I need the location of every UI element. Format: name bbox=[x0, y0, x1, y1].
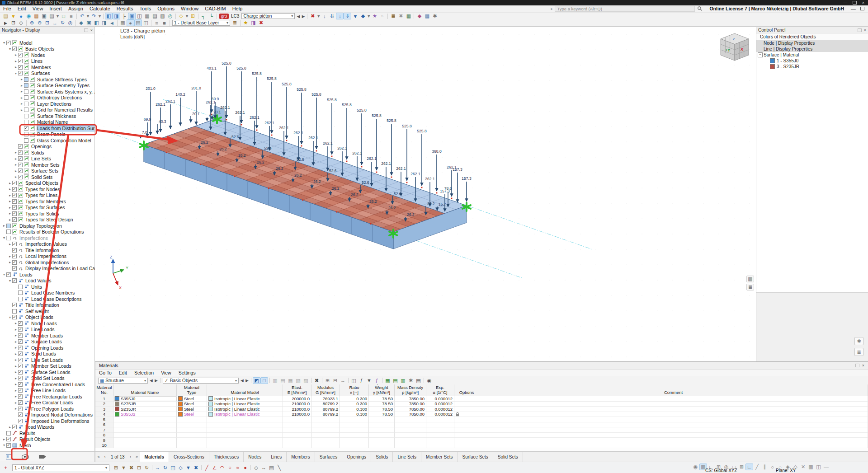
tree-item[interactable]: Results bbox=[0, 430, 94, 436]
comment-cell[interactable] bbox=[479, 422, 868, 428]
tree-checkbox[interactable]: ✓ bbox=[18, 419, 23, 423]
tree-item[interactable]: ▸Surface Stiffness Types bbox=[0, 76, 94, 83]
poisson-cell[interactable] bbox=[340, 443, 369, 449]
tree-item[interactable]: ▸✓Types for Surfaces bbox=[0, 205, 94, 211]
tree-expander-icon[interactable]: ▸ bbox=[8, 425, 12, 429]
specific-weight-cell[interactable]: 78.50 bbox=[369, 396, 395, 402]
edit-mode-icon[interactable]: ► bbox=[2, 19, 9, 26]
options-cell[interactable] bbox=[454, 427, 479, 433]
comment-tool-icon[interactable]: ▤ bbox=[268, 464, 275, 471]
poisson-cell[interactable] bbox=[340, 422, 369, 428]
cs-rotate-icon[interactable]: ↻ bbox=[143, 464, 151, 471]
thermal-exp-cell[interactable] bbox=[426, 438, 454, 443]
keyword-search-input[interactable]: Type a keyword (Alt+Q) bbox=[555, 6, 695, 12]
tree-checkbox[interactable] bbox=[18, 297, 23, 301]
tree-item[interactable]: ▾Imperfections bbox=[0, 235, 94, 241]
tree-checkbox[interactable]: ✓ bbox=[18, 65, 23, 70]
material-name-cell[interactable]: S275JR bbox=[113, 402, 177, 407]
tree-checkbox[interactable]: ✓ bbox=[18, 412, 23, 417]
dimension-icon[interactable]: ◇ bbox=[177, 13, 185, 19]
imperfection-icon[interactable]: ≈ bbox=[378, 13, 386, 19]
material-type-cell[interactable] bbox=[177, 417, 207, 422]
table-tab-materials[interactable]: Materials bbox=[140, 452, 169, 462]
delete-table-icon[interactable]: ✖ bbox=[313, 377, 321, 384]
material-model-cell[interactable] bbox=[207, 417, 283, 422]
clipping-icon[interactable]: ◨ bbox=[250, 19, 257, 26]
3d-viewport[interactable]: 403.1525.8525.8525.8525.8525.8525.8525.8… bbox=[95, 27, 756, 361]
tree-checkbox[interactable]: ✓ bbox=[12, 187, 17, 192]
tree-checkbox[interactable]: ✓ bbox=[12, 47, 17, 51]
results-icon[interactable]: ◆ bbox=[415, 13, 423, 19]
tree-checkbox[interactable]: ✓ bbox=[12, 242, 17, 246]
shadow-icon[interactable]: ■ bbox=[160, 19, 168, 26]
mass-density-cell[interactable] bbox=[395, 417, 426, 422]
tree-item[interactable]: Self-weight bbox=[0, 308, 94, 314]
guide-icon[interactable]: ╲ bbox=[275, 464, 283, 471]
material-type-cell[interactable] bbox=[177, 433, 207, 438]
select-relations-icon[interactable]: ◩ bbox=[253, 377, 260, 384]
mesh-gen-icon[interactable]: ▦ bbox=[423, 13, 431, 19]
tree-expander-icon[interactable]: ▸ bbox=[14, 352, 18, 356]
tree-item[interactable]: ▸✓Special Objects bbox=[0, 180, 94, 187]
snap-grid-icon[interactable]: ▦ bbox=[119, 19, 127, 26]
next-table-icon[interactable]: ► bbox=[245, 377, 250, 384]
menu-options[interactable]: Options bbox=[154, 6, 178, 11]
tree-item[interactable]: ✓Title Information bbox=[0, 302, 94, 309]
shear-modulus-cell[interactable]: 80769.2 bbox=[311, 412, 340, 417]
tree-item[interactable]: ▸Orthotropy Directions bbox=[0, 95, 94, 101]
tree-checkbox[interactable] bbox=[18, 285, 23, 289]
export-csv-icon[interactable]: ▥ bbox=[399, 377, 407, 384]
tree-item[interactable]: ▸✓Surface Set Loads bbox=[0, 369, 94, 375]
corner-snap-icon[interactable]: ∟ bbox=[745, 464, 753, 470]
material-name-cell[interactable]: S235JR bbox=[113, 407, 177, 412]
modulus-cell[interactable] bbox=[283, 417, 311, 422]
load-wizard-icon[interactable]: ★ bbox=[371, 13, 378, 19]
tree-expander-icon[interactable]: ▸ bbox=[14, 394, 18, 398]
tree-checkbox[interactable] bbox=[24, 138, 28, 143]
color-category-row[interactable]: Line | Display Properties bbox=[756, 46, 868, 52]
control-panel-float-icon[interactable] bbox=[858, 28, 862, 32]
surface-load-icon[interactable]: ⇓ bbox=[344, 13, 351, 19]
tree-expander-icon[interactable]: ▸ bbox=[14, 358, 18, 362]
thermal-exp-cell[interactable] bbox=[426, 417, 454, 422]
tree-expander-icon[interactable]: ▾ bbox=[2, 236, 6, 240]
circle-icon[interactable]: ○ bbox=[226, 464, 234, 471]
shear-modulus-cell[interactable]: 76923.1 bbox=[311, 396, 340, 402]
measure-icon[interactable]: ◇ bbox=[252, 464, 260, 471]
tangent-snap-icon[interactable]: ○ bbox=[769, 464, 776, 470]
material-model-cell[interactable]: Isotropic | Linear Elastic bbox=[207, 412, 283, 417]
tree-expander-icon[interactable]: ▾ bbox=[2, 41, 6, 45]
table-tab-solid-sets[interactable]: Solid Sets bbox=[493, 452, 523, 462]
abacus-icon[interactable]: ≣ bbox=[389, 13, 397, 19]
restore-window-icon[interactable] bbox=[853, 1, 857, 5]
first-page-icon[interactable]: « bbox=[95, 454, 102, 459]
tree-item[interactable]: ▾✓Model bbox=[0, 40, 94, 46]
model-scene[interactable]: 403.1525.8525.8525.8525.8525.8525.8525.8… bbox=[95, 27, 756, 361]
specific-weight-cell[interactable] bbox=[369, 427, 395, 433]
tree-item[interactable]: ▸✓Line Set Loads bbox=[0, 357, 94, 363]
tree-checkbox[interactable]: ✓ bbox=[18, 321, 23, 326]
tree-expander-icon[interactable]: ▸ bbox=[8, 254, 12, 258]
tree-expander-icon[interactable]: ▸ bbox=[14, 340, 18, 344]
move-row-icon[interactable]: → bbox=[339, 377, 347, 384]
open-online-icon[interactable]: ● bbox=[17, 13, 25, 19]
tree-checkbox[interactable]: ✓ bbox=[18, 53, 23, 57]
tree-checkbox[interactable]: ✓ bbox=[12, 315, 17, 319]
tree-item[interactable]: ▸✓Node Loads bbox=[0, 320, 94, 327]
shear-modulus-cell[interactable] bbox=[311, 427, 340, 433]
last-page-icon[interactable]: » bbox=[134, 454, 140, 459]
tree-checkbox[interactable]: ✓ bbox=[18, 364, 23, 368]
tree-item[interactable]: Results of Boolean Operations bbox=[0, 229, 94, 235]
view-xz-icon[interactable]: ◧ bbox=[93, 19, 100, 26]
tree-item[interactable]: ▸✓Surface Loads bbox=[0, 339, 94, 345]
options-cell[interactable] bbox=[454, 443, 479, 449]
copy-row-icon[interactable]: ⊞ bbox=[324, 377, 331, 384]
window-render-icon[interactable]: ▣ bbox=[128, 13, 136, 19]
specific-weight-cell[interactable]: 78.50 bbox=[369, 402, 395, 407]
zoom-in-icon[interactable]: ⊕ bbox=[28, 19, 36, 26]
tree-expander-icon[interactable]: ▸ bbox=[14, 163, 18, 167]
menu-insert[interactable]: Insert bbox=[46, 6, 65, 11]
printer2-icon[interactable]: ▤ bbox=[151, 13, 159, 19]
tree-item[interactable]: ▾✓Load Values bbox=[0, 278, 94, 284]
view-xy-icon[interactable]: ▣ bbox=[85, 19, 93, 26]
